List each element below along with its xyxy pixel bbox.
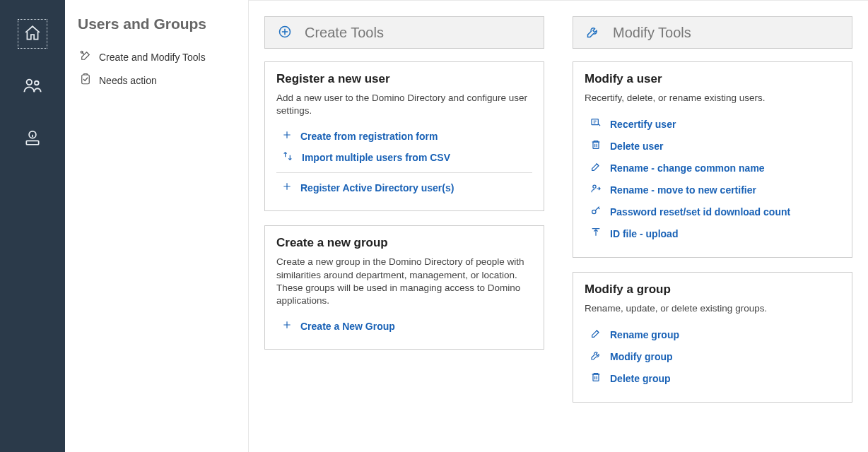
main-area: Create Tools Register a new user Add a n… [249, 0, 868, 452]
create-header: Create Tools [264, 16, 544, 49]
rail-users[interactable] [18, 72, 47, 100]
users-icon [23, 76, 42, 97]
rail-server[interactable] [18, 124, 47, 153]
plus-icon [282, 320, 292, 332]
tools-icon [79, 49, 92, 64]
recertify-icon [590, 117, 602, 131]
action-rename-group[interactable]: Rename group [585, 323, 840, 345]
modify-column: Modify Tools Modify a user Recertify, de… [573, 16, 852, 436]
wrench-icon [590, 350, 602, 363]
upload-icon [590, 227, 602, 240]
action-create-from-form[interactable]: Create from registration form [276, 126, 532, 146]
action-rename-move-certifier[interactable]: Rename - move to new certifier [585, 179, 840, 201]
svg-rect-3 [26, 141, 38, 144]
card-desc: Create a new group in the Domino Directo… [276, 256, 532, 307]
svg-rect-7 [592, 119, 598, 125]
server-icon [23, 129, 42, 149]
action-label: Rename group [610, 329, 679, 340]
action-label: Rename - change common name [610, 162, 765, 174]
side-item-create-modify-tools[interactable]: Create and Modify Tools [78, 45, 235, 69]
action-rename-common-name[interactable]: Rename - change common name [585, 157, 840, 179]
clipboard-check-icon [79, 73, 92, 88]
card-title: Create a new group [276, 236, 532, 250]
import-icon [282, 150, 293, 164]
action-id-file-upload[interactable]: ID file - upload [585, 222, 840, 244]
action-delete-user[interactable]: Delete user [585, 135, 840, 157]
action-import-csv[interactable]: Import multiple users from CSV [276, 146, 532, 168]
side-heading: Users and Groups [78, 16, 235, 32]
card-title: Modify a group [585, 282, 840, 297]
card-title: Modify a user [585, 72, 840, 86]
nav-rail [0, 0, 65, 452]
side-item-label: Create and Modify Tools [99, 52, 206, 63]
user-move-icon [590, 183, 602, 196]
svg-rect-11 [593, 374, 599, 381]
action-label: Register Active Directory user(s) [300, 182, 454, 194]
card-title: Register a new user [276, 72, 532, 86]
action-create-new-group[interactable]: Create a New Group [276, 316, 532, 336]
svg-point-0 [27, 79, 32, 84]
svg-rect-8 [593, 142, 599, 148]
action-register-ad-users[interactable]: Register Active Directory user(s) [276, 177, 532, 198]
svg-point-10 [592, 210, 596, 214]
action-password-reset[interactable]: Password reset/set id download count [585, 201, 840, 222]
svg-rect-5 [82, 75, 90, 84]
rail-home[interactable] [18, 20, 47, 48]
divider [276, 172, 532, 173]
action-modify-group[interactable]: Modify group [585, 345, 840, 367]
action-label: Create from registration form [300, 131, 438, 142]
plus-circle-icon [278, 25, 292, 41]
card-create-group: Create a new group Create a new group in… [264, 225, 544, 350]
wrench-icon [586, 25, 600, 41]
side-item-label: Needs action [99, 75, 157, 86]
card-modify-group: Modify a group Rename, update, or delete… [573, 272, 852, 403]
action-label: Create a New Group [300, 321, 395, 332]
modify-header-title: Modify Tools [613, 25, 691, 41]
action-delete-group[interactable]: Delete group [585, 367, 840, 389]
side-item-needs-action[interactable]: Needs action [78, 69, 235, 92]
key-icon [590, 205, 602, 218]
card-desc: Add a new user to the Domino Directory a… [276, 92, 532, 117]
create-header-title: Create Tools [305, 25, 384, 41]
action-label: Delete user [610, 141, 663, 152]
card-modify-user: Modify a user Recertify, delete, or rena… [573, 61, 852, 258]
svg-point-9 [593, 185, 596, 188]
trash-icon [590, 371, 602, 385]
card-desc: Rename, update, or delete existing group… [585, 302, 840, 315]
plus-icon [282, 130, 292, 142]
home-icon [23, 24, 42, 44]
side-panel: Users and Groups Create and Modify Tools… [65, 0, 249, 452]
create-column: Create Tools Register a new user Add a n… [264, 16, 544, 436]
action-label: Modify group [610, 351, 673, 362]
card-register-user: Register a new user Add a new user to th… [264, 61, 544, 211]
trash-icon [590, 139, 602, 153]
modify-header: Modify Tools [573, 16, 852, 49]
action-label: Password reset/set id download count [610, 206, 790, 218]
plus-icon [282, 182, 292, 194]
action-recertify-user[interactable]: Recertify user [585, 113, 840, 135]
action-label: Recertify user [610, 119, 676, 130]
card-desc: Recertify, delete, or rename existing us… [585, 92, 840, 105]
action-label: Rename - move to new certifier [610, 184, 756, 196]
pencil-icon [590, 161, 602, 174]
action-label: Delete group [610, 373, 671, 384]
svg-point-1 [35, 81, 39, 85]
action-label: Import multiple users from CSV [302, 152, 450, 163]
pencil-icon [590, 328, 602, 341]
action-label: ID file - upload [610, 228, 678, 239]
